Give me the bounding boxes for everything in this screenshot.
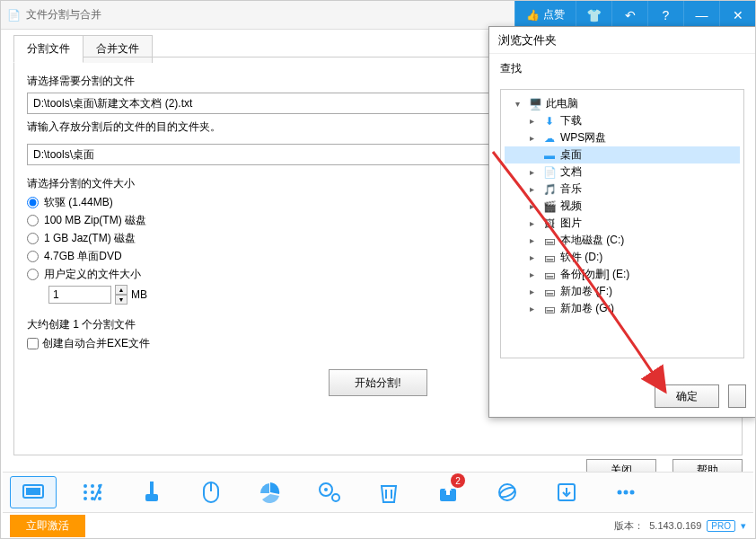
svg-point-5: [84, 490, 87, 494]
tree-item[interactable]: ▸☁WPS网盘: [505, 129, 740, 146]
create-exe-checkbox[interactable]: [27, 338, 39, 349]
svg-rect-1: [26, 488, 40, 495]
appbar-brush-icon[interactable]: [128, 476, 175, 508]
folder-type-icon: 🖴: [542, 251, 557, 265]
appbar-trash-icon[interactable]: [365, 476, 412, 508]
create-exe-label: 创建自动合并EXE文件: [42, 336, 150, 351]
tree-item[interactable]: ▸📄文档: [505, 163, 740, 181]
close-icon: ✕: [733, 8, 743, 22]
shirt-button[interactable]: 👕: [576, 1, 611, 30]
close-window-button[interactable]: ✕: [719, 1, 755, 30]
tree-item[interactable]: ▸🖴本地磁盘 (C:): [505, 232, 740, 249]
app-bar: 2: [3, 472, 753, 513]
appbar-download-icon[interactable]: [543, 476, 590, 508]
svg-rect-21: [446, 490, 450, 495]
svg-rect-12: [145, 494, 158, 501]
appbar-gear-icon[interactable]: [306, 476, 353, 508]
appbar-more-icon[interactable]: [602, 476, 649, 508]
custom-size-input[interactable]: [48, 286, 111, 304]
folder-type-icon: 🖴: [542, 234, 557, 248]
activate-button[interactable]: 立即激活: [10, 515, 85, 537]
appbar-globe-icon[interactable]: [484, 476, 531, 508]
version-label: 版本：: [614, 519, 644, 533]
folder-tree[interactable]: ▾🖥️此电脑▸⬇下载▸☁WPS网盘▬桌面▸📄文档▸🎵音乐▸🎬视频▸🖼图片▸🖴本地…: [500, 89, 744, 358]
help-icon: ?: [663, 8, 670, 22]
folder-browser-dialog: 浏览文件夹 查找 ▾🖥️此电脑▸⬇下载▸☁WPS网盘▬桌面▸📄文档▸🎵音乐▸🎬视…: [488, 26, 756, 418]
appbar-mouse-icon[interactable]: [188, 476, 234, 508]
appbar-grid-icon[interactable]: [69, 476, 116, 508]
upload-badge: 2: [451, 473, 465, 488]
appbar-upload-icon[interactable]: 2: [425, 476, 471, 508]
svg-point-26: [624, 490, 629, 495]
tree-item-label: 此电脑: [546, 96, 578, 111]
tree-item-label: WPS网盘: [560, 130, 606, 146]
thumbs-up-icon: 👍: [526, 9, 540, 22]
tree-item-label: 音乐: [560, 181, 582, 197]
caret-icon: ▸: [530, 287, 539, 296]
tree-item-label: 下载: [560, 113, 582, 128]
folder-type-icon: 🖼: [542, 216, 557, 231]
tree-item[interactable]: ▸🖼图片: [505, 215, 740, 232]
tree-item-label: 本地磁盘 (C:): [560, 233, 624, 248]
appbar-screen-icon[interactable]: [10, 476, 57, 508]
appbar-pie-icon[interactable]: [247, 476, 294, 508]
caret-icon: ▸: [530, 252, 539, 262]
tree-item-label: 视频: [560, 199, 582, 214]
folder-dialog-find-label: 查找: [489, 54, 755, 84]
pro-badge: PRO: [707, 520, 735, 532]
tree-item[interactable]: ▸🎬视频: [505, 198, 740, 215]
start-split-button[interactable]: 开始分割!: [329, 369, 427, 396]
tree-item[interactable]: ▸🖴新加卷 (G:): [505, 300, 740, 317]
folder-type-icon: 🖴: [542, 268, 557, 282]
spin-down-icon[interactable]: ▼: [115, 295, 127, 305]
tree-item-label: 图片: [560, 216, 582, 231]
size-spinner[interactable]: ▲▼: [115, 285, 127, 305]
svg-point-16: [324, 488, 328, 491]
tree-item[interactable]: ▸⬇下载: [505, 112, 740, 129]
caret-icon: ▸: [530, 304, 539, 314]
svg-point-27: [630, 490, 635, 495]
folder-type-icon: 🖥️: [528, 97, 542, 111]
spin-up-icon[interactable]: ▲: [115, 285, 127, 295]
tree-item-label: 备份[勿删] (E:): [560, 267, 629, 282]
help-titlebar-button[interactable]: ?: [647, 1, 683, 30]
caret-icon: ▸: [530, 235, 539, 245]
caret-icon: ▾: [515, 99, 524, 109]
tree-item-label: 文档: [560, 164, 582, 180]
minimize-button[interactable]: —: [683, 1, 719, 30]
caret-icon: ▸: [530, 218, 539, 228]
caret-icon: ▸: [530, 184, 539, 194]
tree-item[interactable]: ▸🖴备份[勿删] (E:): [505, 266, 740, 283]
tree-item[interactable]: ▸🖴新加卷 (F:): [505, 283, 740, 300]
undo-button[interactable]: ↶: [611, 1, 647, 30]
tree-item-label: 桌面: [560, 147, 582, 163]
chevron-down-icon[interactable]: ▾: [741, 520, 746, 532]
tree-item[interactable]: ▸🖴软件 (D:): [505, 249, 740, 266]
app-icon: 📄: [6, 8, 21, 22]
tab-merge-label: 合并文件: [96, 42, 139, 55]
folder-type-icon: ⬇: [542, 114, 557, 128]
tree-item-label: 新加卷 (G:): [560, 301, 614, 316]
tree-item[interactable]: ▬桌面: [505, 146, 740, 163]
svg-rect-11: [150, 482, 154, 494]
undo-icon: ↶: [625, 8, 636, 22]
version-value: 5.143.0.169: [649, 520, 701, 531]
tab-split[interactable]: 分割文件: [13, 35, 84, 63]
folder-dialog-title: 浏览文件夹: [489, 27, 755, 54]
svg-point-2: [84, 484, 87, 488]
tree-item[interactable]: ▾🖥️此电脑: [505, 95, 740, 112]
size-unit: MB: [131, 288, 147, 301]
folder-cancel-button-clipped[interactable]: [728, 384, 746, 408]
tree-item[interactable]: ▸🎵音乐: [505, 181, 740, 198]
tree-item-label: 软件 (D:): [560, 250, 602, 265]
like-button[interactable]: 👍 点赞: [514, 1, 576, 30]
folder-type-icon: 🖴: [542, 302, 557, 316]
window-title: 文件分割与合并: [26, 7, 101, 22]
tab-split-label: 分割文件: [27, 42, 70, 55]
caret-icon: ▸: [530, 133, 539, 143]
minimize-icon: —: [696, 8, 708, 22]
folder-ok-button[interactable]: 确定: [655, 384, 719, 408]
svg-point-6: [91, 490, 94, 494]
svg-point-25: [618, 490, 622, 495]
caret-icon: ▸: [530, 270, 539, 279]
